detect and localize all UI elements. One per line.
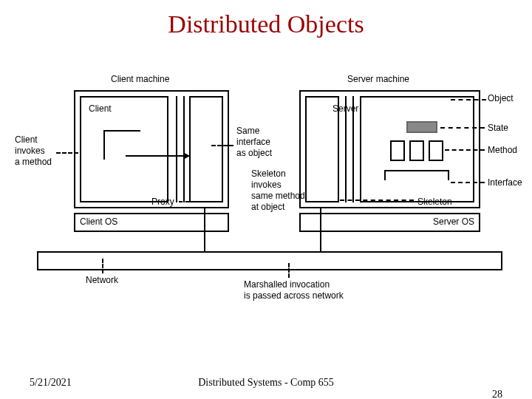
dash-marshalled bbox=[288, 263, 290, 278]
label-skeleton-invokes: Skeleton invokes same method at object bbox=[251, 168, 305, 213]
label-same-interface: Same interface as object bbox=[236, 126, 272, 159]
dash-network bbox=[102, 259, 103, 273]
interface-bracket-l bbox=[384, 170, 386, 180]
interface-bracket-r bbox=[448, 170, 449, 180]
label-client-machine: Client machine bbox=[111, 74, 169, 85]
method-block-2 bbox=[409, 140, 424, 161]
dash-object bbox=[451, 99, 486, 100]
footer-course: Distributed Systems - Comp 655 bbox=[0, 377, 532, 389]
client-to-proxy-arrow bbox=[183, 152, 190, 160]
proxy-down-line bbox=[204, 208, 205, 251]
dash-skeleton bbox=[340, 200, 414, 201]
dash-same-iface bbox=[211, 145, 233, 146]
label-server-machine: Server machine bbox=[347, 74, 409, 85]
label-server: Server bbox=[332, 103, 358, 115]
footer-date: 5/21/2021 bbox=[30, 377, 72, 389]
label-state: State bbox=[488, 123, 508, 134]
client-rail-2 bbox=[183, 96, 185, 202]
proxy-box bbox=[189, 96, 223, 202]
label-client-invokes: Client invokes a method bbox=[15, 134, 52, 168]
network-box bbox=[37, 251, 502, 270]
dash-interface bbox=[451, 182, 485, 183]
label-network: Network bbox=[86, 275, 118, 286]
dash-proxy bbox=[179, 201, 189, 202]
client-to-proxy-line bbox=[126, 155, 185, 157]
label-marshalled: Marshalled invocation is passed across n… bbox=[244, 279, 344, 301]
label-server-os: Server OS bbox=[433, 216, 474, 228]
method-block-1 bbox=[390, 140, 405, 161]
label-client-os: Client OS bbox=[80, 216, 117, 228]
label-client: Client bbox=[89, 103, 112, 115]
state-block bbox=[406, 121, 437, 133]
footer: 5/21/2021 Distributed Systems - Comp 655… bbox=[0, 377, 532, 389]
label-interface: Interface bbox=[488, 177, 522, 188]
footer-page: 28 bbox=[492, 389, 502, 399]
dash-client-invokes bbox=[56, 152, 78, 154]
label-method: Method bbox=[488, 145, 517, 156]
skel-down-line bbox=[320, 208, 321, 251]
method-block-3 bbox=[429, 140, 443, 161]
label-proxy: Proxy bbox=[151, 197, 174, 208]
client-bracket-side bbox=[103, 130, 105, 160]
interface-bracket-h bbox=[384, 170, 449, 171]
label-skeleton: Skeleton bbox=[417, 197, 452, 208]
dash-method bbox=[445, 149, 485, 151]
dash-state bbox=[440, 127, 485, 129]
client-rail-1 bbox=[176, 96, 177, 202]
label-object: Object bbox=[488, 93, 514, 104]
page-title: Distributed Objects bbox=[0, 10, 532, 38]
client-bracket-top bbox=[103, 130, 140, 132]
diagram-area: Client machine Server machine Client Ser… bbox=[15, 74, 517, 340]
